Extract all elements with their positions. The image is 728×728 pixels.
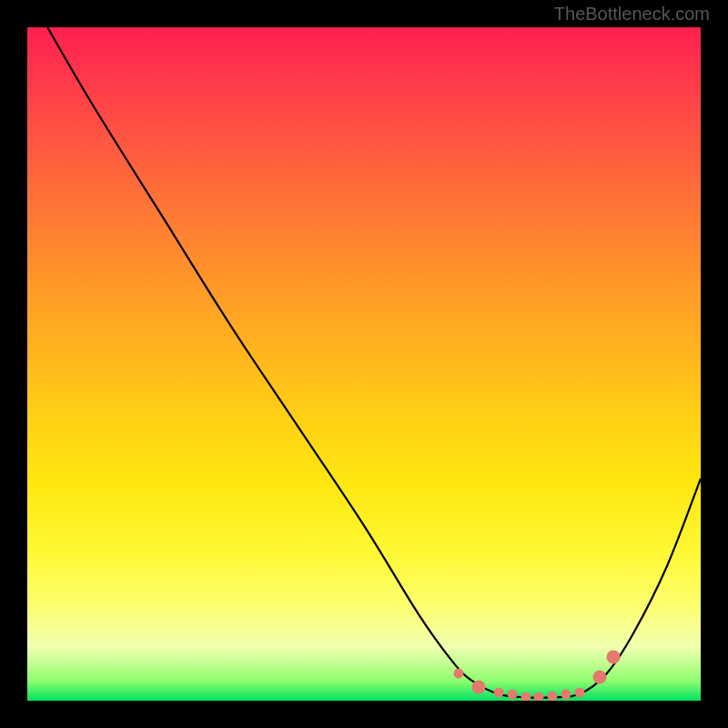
curve-marker — [561, 690, 571, 700]
attribution-text: TheBottleneck.com — [554, 4, 710, 25]
curve-marker — [471, 681, 485, 694]
curve-marker — [548, 691, 558, 701]
curve-marker — [534, 692, 544, 701]
curve-marker — [453, 669, 463, 679]
curve-marker — [494, 688, 504, 698]
curve-marker — [593, 671, 607, 684]
curve-marker — [507, 690, 517, 700]
curve-marker — [606, 650, 620, 663]
curve-marker — [521, 692, 531, 701]
bottleneck-curve — [47, 27, 701, 698]
chart-curve-svg — [27, 27, 701, 701]
chart-plot-area — [27, 27, 701, 701]
curve-marker — [574, 688, 584, 698]
